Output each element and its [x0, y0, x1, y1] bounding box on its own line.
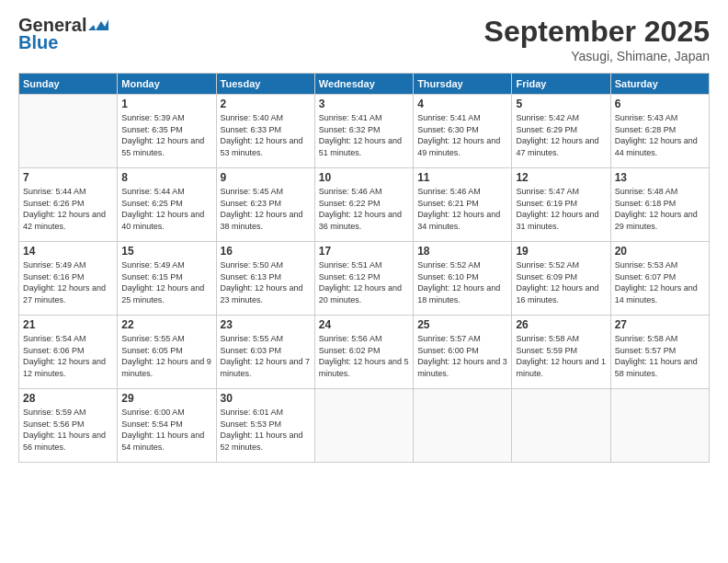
day-detail: Sunrise: 5:52 AMSunset: 6:10 PMDaylight:… [417, 259, 507, 305]
calendar-week-row: 14Sunrise: 5:49 AMSunset: 6:16 PMDayligh… [19, 242, 710, 316]
calendar-cell: 15Sunrise: 5:49 AMSunset: 6:15 PMDayligh… [118, 242, 216, 316]
day-number: 17 [319, 245, 409, 258]
calendar-cell: 25Sunrise: 5:57 AMSunset: 6:00 PMDayligh… [414, 316, 512, 389]
calendar-cell [610, 389, 709, 463]
day-detail: Sunrise: 5:50 AMSunset: 6:13 PMDaylight:… [221, 259, 311, 305]
location: Yasugi, Shimane, Japan [484, 49, 710, 63]
calendar-cell: 20Sunrise: 5:53 AMSunset: 6:07 PMDayligh… [610, 242, 709, 316]
day-detail: Sunrise: 5:43 AMSunset: 6:28 PMDaylight:… [615, 112, 705, 158]
day-detail: Sunrise: 5:49 AMSunset: 6:15 PMDaylight:… [121, 259, 211, 305]
calendar-cell: 21Sunrise: 5:54 AMSunset: 6:06 PMDayligh… [19, 316, 118, 389]
calendar-cell: 3Sunrise: 5:41 AMSunset: 6:32 PMDaylight… [314, 95, 413, 168]
page: General Blue September 2025 Yasugi, Shim… [0, 0, 728, 563]
day-detail: Sunrise: 5:51 AMSunset: 6:12 PMDaylight:… [319, 259, 409, 305]
day-detail: Sunrise: 5:41 AMSunset: 6:30 PMDaylight:… [417, 112, 507, 158]
calendar-week-row: 28Sunrise: 5:59 AMSunset: 5:56 PMDayligh… [19, 389, 710, 463]
day-number: 12 [516, 171, 606, 184]
day-detail: Sunrise: 5:45 AMSunset: 6:23 PMDaylight:… [221, 186, 311, 232]
calendar-cell: 4Sunrise: 5:41 AMSunset: 6:30 PMDaylight… [414, 95, 512, 168]
calendar-cell: 13Sunrise: 5:48 AMSunset: 6:18 PMDayligh… [610, 168, 709, 242]
calendar-cell: 17Sunrise: 5:51 AMSunset: 6:12 PMDayligh… [314, 242, 413, 316]
calendar-cell: 23Sunrise: 5:55 AMSunset: 6:03 PMDayligh… [216, 316, 314, 389]
day-number: 7 [23, 171, 113, 184]
col-header-sunday: Sunday [19, 74, 118, 95]
day-number: 4 [417, 98, 507, 110]
col-header-tuesday: Tuesday [216, 74, 314, 95]
day-number: 19 [516, 245, 606, 258]
calendar-cell: 1Sunrise: 5:39 AMSunset: 6:35 PMDaylight… [118, 95, 216, 168]
day-detail: Sunrise: 5:53 AMSunset: 6:07 PMDaylight:… [615, 259, 705, 305]
day-number: 23 [221, 318, 311, 331]
day-number: 8 [121, 171, 211, 184]
day-detail: Sunrise: 5:44 AMSunset: 6:26 PMDaylight:… [23, 186, 113, 232]
day-number: 16 [221, 245, 311, 258]
calendar-cell: 30Sunrise: 6:01 AMSunset: 5:53 PMDayligh… [216, 389, 314, 463]
calendar-cell: 26Sunrise: 5:58 AMSunset: 5:59 PMDayligh… [512, 316, 610, 389]
day-number: 1 [121, 98, 211, 110]
calendar-cell [19, 95, 118, 168]
day-detail: Sunrise: 5:57 AMSunset: 6:00 PMDaylight:… [417, 333, 507, 379]
calendar-cell: 24Sunrise: 5:56 AMSunset: 6:02 PMDayligh… [314, 316, 413, 389]
day-detail: Sunrise: 5:55 AMSunset: 6:05 PMDaylight:… [121, 333, 211, 379]
calendar-header-row: SundayMondayTuesdayWednesdayThursdayFrid… [19, 74, 710, 95]
day-number: 18 [417, 245, 507, 258]
col-header-monday: Monday [118, 74, 216, 95]
day-number: 22 [121, 318, 211, 331]
calendar-cell: 10Sunrise: 5:46 AMSunset: 6:22 PMDayligh… [314, 168, 413, 242]
calendar-week-row: 21Sunrise: 5:54 AMSunset: 6:06 PMDayligh… [19, 316, 710, 389]
col-header-wednesday: Wednesday [314, 74, 413, 95]
day-detail: Sunrise: 5:47 AMSunset: 6:19 PMDaylight:… [516, 186, 606, 232]
calendar-cell: 16Sunrise: 5:50 AMSunset: 6:13 PMDayligh… [216, 242, 314, 316]
calendar-cell: 9Sunrise: 5:45 AMSunset: 6:23 PMDaylight… [216, 168, 314, 242]
day-number: 11 [417, 171, 507, 184]
day-detail: Sunrise: 5:59 AMSunset: 5:56 PMDaylight:… [23, 407, 113, 453]
day-detail: Sunrise: 5:56 AMSunset: 6:02 PMDaylight:… [319, 333, 409, 379]
day-detail: Sunrise: 5:54 AMSunset: 6:06 PMDaylight:… [23, 333, 113, 379]
day-detail: Sunrise: 5:52 AMSunset: 6:09 PMDaylight:… [516, 259, 606, 305]
day-number: 25 [417, 318, 507, 331]
day-number: 15 [121, 245, 211, 258]
day-detail: Sunrise: 5:46 AMSunset: 6:22 PMDaylight:… [319, 186, 409, 232]
day-detail: Sunrise: 6:00 AMSunset: 5:54 PMDaylight:… [121, 407, 211, 453]
day-detail: Sunrise: 5:40 AMSunset: 6:33 PMDaylight:… [221, 112, 311, 158]
calendar-cell: 7Sunrise: 5:44 AMSunset: 6:26 PMDaylight… [19, 168, 118, 242]
calendar-week-row: 1Sunrise: 5:39 AMSunset: 6:35 PMDaylight… [19, 95, 710, 168]
calendar-cell: 29Sunrise: 6:00 AMSunset: 5:54 PMDayligh… [118, 389, 216, 463]
calendar-cell: 5Sunrise: 5:42 AMSunset: 6:29 PMDaylight… [512, 95, 610, 168]
day-number: 5 [516, 98, 606, 110]
calendar-cell: 22Sunrise: 5:55 AMSunset: 6:05 PMDayligh… [118, 316, 216, 389]
day-number: 13 [615, 171, 705, 184]
svg-marker-0 [96, 19, 108, 30]
calendar-cell: 6Sunrise: 5:43 AMSunset: 6:28 PMDaylight… [610, 95, 709, 168]
calendar-week-row: 7Sunrise: 5:44 AMSunset: 6:26 PMDaylight… [19, 168, 710, 242]
day-number: 29 [121, 392, 211, 405]
calendar-cell: 27Sunrise: 5:58 AMSunset: 5:57 PMDayligh… [610, 316, 709, 389]
calendar-cell: 19Sunrise: 5:52 AMSunset: 6:09 PMDayligh… [512, 242, 610, 316]
day-number: 2 [221, 98, 311, 110]
day-detail: Sunrise: 5:39 AMSunset: 6:35 PMDaylight:… [121, 112, 211, 158]
calendar-cell [314, 389, 413, 463]
day-number: 3 [319, 98, 409, 110]
day-detail: Sunrise: 5:42 AMSunset: 6:29 PMDaylight:… [516, 112, 606, 158]
title-block: September 2025 Yasugi, Shimane, Japan [484, 15, 710, 63]
calendar-cell [414, 389, 512, 463]
day-number: 14 [23, 245, 113, 258]
logo-text-blue: Blue [18, 32, 58, 53]
day-number: 9 [221, 171, 311, 184]
day-detail: Sunrise: 5:46 AMSunset: 6:21 PMDaylight:… [417, 186, 507, 232]
day-detail: Sunrise: 5:44 AMSunset: 6:25 PMDaylight:… [121, 186, 211, 232]
day-number: 26 [516, 318, 606, 331]
logo: General Blue [18, 15, 108, 53]
day-number: 10 [319, 171, 409, 184]
calendar-cell: 12Sunrise: 5:47 AMSunset: 6:19 PMDayligh… [512, 168, 610, 242]
day-number: 24 [319, 318, 409, 331]
calendar-cell: 14Sunrise: 5:49 AMSunset: 6:16 PMDayligh… [19, 242, 118, 316]
day-detail: Sunrise: 5:49 AMSunset: 6:16 PMDaylight:… [23, 259, 113, 305]
day-detail: Sunrise: 5:58 AMSunset: 5:57 PMDaylight:… [615, 333, 705, 379]
day-detail: Sunrise: 5:48 AMSunset: 6:18 PMDaylight:… [615, 186, 705, 232]
calendar-cell: 18Sunrise: 5:52 AMSunset: 6:10 PMDayligh… [414, 242, 512, 316]
day-detail: Sunrise: 5:41 AMSunset: 6:32 PMDaylight:… [319, 112, 409, 158]
logo-bird-icon [88, 17, 108, 34]
day-detail: Sunrise: 5:58 AMSunset: 5:59 PMDaylight:… [516, 333, 606, 379]
day-number: 6 [615, 98, 705, 110]
